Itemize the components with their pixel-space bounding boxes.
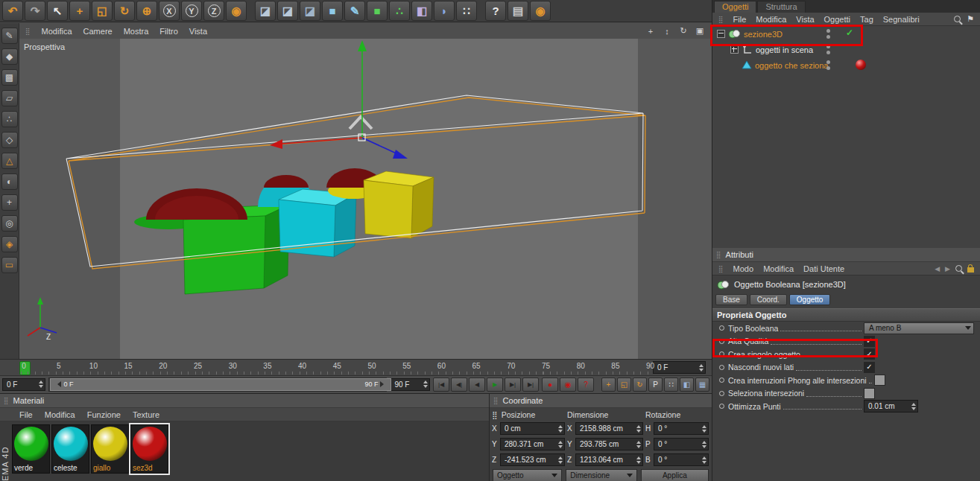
collapse-icon[interactable]: [717, 30, 725, 38]
viewport-menu-filtro[interactable]: Filtro: [159, 27, 177, 36]
rotation-h-input[interactable]: 0 °: [654, 422, 709, 435]
search-icon[interactable]: [955, 265, 962, 272]
frame-tick-85[interactable]: 85: [611, 362, 619, 370]
panel-grip-icon[interactable]: ⣿: [716, 251, 721, 258]
prev-key-button[interactable]: ◀|: [451, 378, 467, 392]
scale-tool-icon[interactable]: ◱: [92, 1, 113, 21]
stepper[interactable]: [558, 454, 563, 466]
viewport-menu-vista[interactable]: Vista: [189, 27, 207, 36]
position-z-input[interactable]: -241.523 cm: [500, 453, 565, 466]
record-active-objects-button[interactable]: ●: [542, 378, 558, 392]
help-cursor-icon[interactable]: ?: [485, 1, 506, 21]
range-right-grip-icon[interactable]: [380, 381, 387, 387]
tree-row-oggetti-in-scena[interactable]: oggetti in scena: [712, 42, 980, 57]
viewport-menu-camere[interactable]: Camere: [83, 27, 113, 36]
primitive-cube-icon[interactable]: ■: [322, 1, 343, 21]
range-left-grip-icon[interactable]: [54, 381, 61, 387]
frame-tick-80[interactable]: 80: [577, 362, 585, 370]
pan-view-icon[interactable]: +: [645, 25, 657, 37]
texture-globe-icon[interactable]: ◉: [530, 1, 551, 21]
texture-mode-icon[interactable]: ▩: [1, 69, 18, 86]
lock-x-axis-icon[interactable]: X: [159, 1, 180, 21]
edges-mode-icon[interactable]: ◇: [1, 132, 18, 148]
nascondi-nuovi-lati-checkbox[interactable]: ✓: [864, 362, 875, 373]
rotate-view-icon[interactable]: ↻: [677, 25, 689, 37]
spline-pen-icon[interactable]: ✎: [344, 1, 365, 21]
scale-key-toggle[interactable]: ◱: [617, 378, 631, 392]
panel-grip-icon[interactable]: ⣿: [25, 28, 31, 35]
floor-sky-icon[interactable]: ◗: [434, 1, 455, 21]
ottimizza-punti-input[interactable]: 0.01 cm: [864, 400, 918, 412]
material-verde[interactable]: verde: [12, 424, 50, 474]
viewport-solo-icon[interactable]: ◎: [1, 215, 18, 232]
materials-menu-file[interactable]: File: [19, 410, 33, 419]
prev-frame-button[interactable]: ◀: [469, 378, 485, 392]
frame-tick-20[interactable]: 20: [159, 362, 167, 370]
frame-tick-60[interactable]: 60: [437, 362, 446, 370]
preview-range-slider[interactable]: 0 F 90 F: [48, 378, 387, 392]
section-header[interactable]: Proprietà Oggetto: [712, 308, 980, 322]
position-y-input[interactable]: 280.371 cm: [500, 438, 565, 450]
stepper[interactable]: [702, 439, 706, 450]
stepper[interactable]: [423, 378, 428, 390]
axis-lock-icon[interactable]: ▭: [1, 257, 18, 273]
tab-base[interactable]: Base: [715, 294, 747, 305]
point-level-animation-toggle[interactable]: ∷: [664, 378, 678, 392]
stepper[interactable]: [702, 454, 706, 466]
dimension-x-input[interactable]: 2158.988 cm: [575, 422, 643, 435]
timeline-ruler[interactable]: 0 F 051015202530354045505560657075808590: [0, 359, 712, 375]
parameter-key-toggle[interactable]: P: [648, 378, 663, 392]
points-mode-icon[interactable]: ∴: [1, 111, 18, 127]
rotation-key-toggle[interactable]: ↻: [633, 378, 647, 392]
stepper[interactable]: [699, 362, 704, 374]
frame-tick-40[interactable]: 40: [298, 362, 306, 370]
tab-struttura[interactable]: Struttura: [757, 1, 805, 13]
frame-tick-90[interactable]: 90: [646, 362, 654, 370]
stepper[interactable]: [558, 423, 563, 435]
render-settings-icon[interactable]: ◪: [300, 1, 320, 21]
material-tag-icon[interactable]: [856, 60, 866, 70]
view-name-label[interactable]: Prospettiva: [24, 42, 65, 51]
visibility-dots[interactable]: [826, 29, 830, 39]
tab-oggetto[interactable]: Oggetto: [789, 294, 831, 305]
position-key-toggle[interactable]: +: [601, 378, 616, 392]
particles-icon[interactable]: ∷: [456, 1, 477, 21]
tab-coord[interactable]: Coord.: [750, 294, 787, 305]
subdivision-surface-icon[interactable]: ■: [367, 1, 388, 21]
undo-icon[interactable]: ↶: [2, 1, 23, 21]
keyframe-selection-button[interactable]: ?: [578, 378, 594, 392]
end-frame-input[interactable]: 90 F: [390, 378, 430, 391]
frame-tick-50[interactable]: 50: [367, 362, 376, 370]
object-mode-dropdown[interactable]: Oggetto: [493, 469, 562, 481]
material-sez3d[interactable]: sez3d: [130, 424, 168, 474]
material-giallo[interactable]: giallo: [91, 424, 129, 474]
workplane-mode-icon[interactable]: ▱: [1, 90, 18, 106]
om-menu-modifica[interactable]: Modifica: [756, 15, 786, 24]
enabled-check-icon[interactable]: ✓: [846, 28, 853, 38]
om-menu-segnalibri[interactable]: Segnalibri: [883, 15, 920, 24]
dimension-mode-dropdown[interactable]: Dimensione: [566, 469, 636, 481]
om-menu-oggetti[interactable]: Oggetti: [824, 15, 850, 24]
lock-z-axis-icon[interactable]: Z: [203, 1, 224, 21]
panel-grip-icon[interactable]: ⣿: [493, 397, 499, 404]
lock-y-axis-icon[interactable]: Y: [181, 1, 202, 21]
frame-tick-5[interactable]: 5: [57, 362, 61, 370]
preview-range-handle[interactable]: 0 F 90 F: [50, 378, 391, 391]
goto-start-button[interactable]: |◀: [433, 378, 449, 392]
zoom-view-icon[interactable]: ↕: [661, 25, 673, 37]
autokeying-button[interactable]: ◉: [560, 378, 576, 392]
object-label[interactable]: oggetti in scena: [756, 45, 813, 54]
viewport-menu-modifica[interactable]: Modifica: [42, 27, 72, 36]
render-region-icon[interactable]: ◪: [277, 1, 298, 21]
select-tool-icon[interactable]: ↖: [47, 1, 68, 21]
coordinate-system-icon[interactable]: ◉: [226, 1, 247, 21]
current-frame-input[interactable]: 0 F: [2, 378, 45, 391]
history-back-icon[interactable]: ◀: [935, 265, 940, 273]
bookmark-flag-icon[interactable]: ⚑: [967, 14, 974, 24]
deformer-icon[interactable]: ◧: [411, 1, 432, 21]
snap-icon[interactable]: ◈: [1, 236, 18, 252]
stepper[interactable]: [39, 378, 43, 390]
visibility-dots[interactable]: [826, 45, 830, 54]
ruler-end-frame-input[interactable]: 0 F: [653, 361, 706, 374]
crea-interruzioni-phong-checkbox[interactable]: ✓: [874, 375, 885, 386]
